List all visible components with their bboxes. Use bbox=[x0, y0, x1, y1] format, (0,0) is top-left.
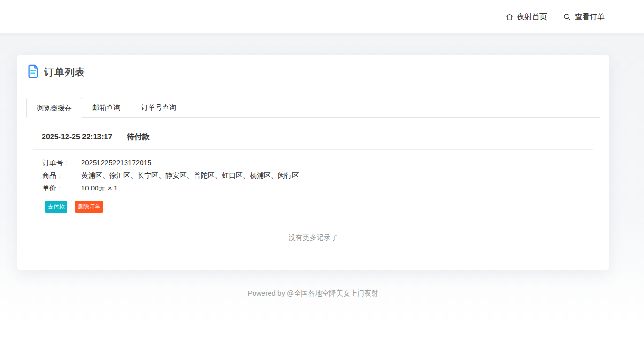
home-icon bbox=[505, 13, 514, 21]
product-row: 商品： 黄浦区、徐汇区、长宁区、静安区、普陀区、虹口区、杨浦区、闵行区 bbox=[42, 170, 593, 183]
page-body: 订单列表 浏览器缓存 邮箱查询 订单号查询 2025-12-25 22:13:1… bbox=[0, 34, 644, 325]
order-item: 2025-12-25 22:13:17 待付款 订单号： 20251225221… bbox=[33, 124, 593, 213]
search-icon bbox=[563, 13, 571, 21]
nav-orders-label: 查看订单 bbox=[575, 12, 605, 22]
unit-price-row: 单价： 10.00元 × 1 bbox=[42, 183, 593, 196]
powered-by-footer: Powered by @全国各地空降美女上门夜射 bbox=[17, 289, 609, 312]
header-nav: 夜射首页 查看订单 bbox=[17, 0, 609, 33]
top-header: 夜射首页 查看订单 bbox=[0, 0, 644, 34]
tab-browser-cache[interactable]: 浏览器缓存 bbox=[26, 98, 82, 118]
order-list-card: 订单列表 浏览器缓存 邮箱查询 订单号查询 2025-12-25 22:13:1… bbox=[17, 55, 609, 270]
unit-price-label: 单价： bbox=[42, 183, 81, 196]
order-datetime: 2025-12-25 22:13:17 bbox=[42, 133, 112, 141]
order-fields: 订单号： 202512252213172015 商品： 黄浦区、徐汇区、长宁区、… bbox=[33, 150, 593, 196]
order-number-label: 订单号： bbox=[42, 158, 81, 170]
document-icon bbox=[27, 64, 39, 80]
tab-content: 2025-12-25 22:13:17 待付款 订单号： 20251225221… bbox=[26, 118, 600, 242]
no-more-records-text: 没有更多记录了 bbox=[33, 233, 593, 242]
card-title: 订单列表 bbox=[26, 64, 600, 80]
unit-price-value: 10.00元 × 1 bbox=[81, 183, 593, 196]
product-label: 商品： bbox=[42, 170, 81, 183]
tab-order-number-query[interactable]: 订单号查询 bbox=[131, 97, 187, 117]
page-title: 订单列表 bbox=[44, 66, 85, 79]
order-status-badge: 待付款 bbox=[127, 133, 150, 141]
order-number-value: 202512252213172015 bbox=[81, 158, 593, 170]
nav-home-link[interactable]: 夜射首页 bbox=[505, 12, 547, 22]
tab-email-query[interactable]: 邮箱查询 bbox=[82, 97, 131, 117]
order-header: 2025-12-25 22:13:17 待付款 bbox=[33, 124, 593, 150]
nav-home-label: 夜射首页 bbox=[517, 12, 547, 22]
order-actions: 去付款 删除订单 bbox=[33, 196, 593, 213]
order-number-row: 订单号： 202512252213172015 bbox=[42, 158, 593, 170]
nav-orders-link[interactable]: 查看订单 bbox=[563, 12, 605, 22]
pay-button[interactable]: 去付款 bbox=[45, 201, 67, 213]
product-value: 黄浦区、徐汇区、长宁区、静安区、普陀区、虹口区、杨浦区、闵行区 bbox=[81, 170, 593, 183]
delete-order-button[interactable]: 删除订单 bbox=[75, 201, 103, 213]
tab-bar: 浏览器缓存 邮箱查询 订单号查询 bbox=[26, 97, 600, 118]
